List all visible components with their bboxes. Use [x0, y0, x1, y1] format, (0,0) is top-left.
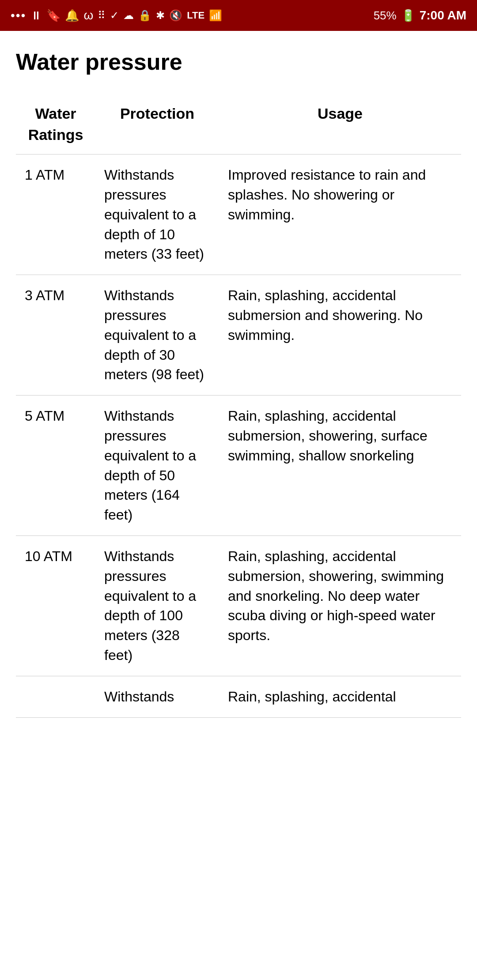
- cell-usage: Rain, splashing, accidental submersion, …: [219, 396, 461, 536]
- header-usage: Usage: [219, 93, 461, 155]
- w-icon: ω: [83, 8, 93, 23]
- cell-usage: Rain, splashing, accidental: [219, 676, 461, 717]
- status-right-info: 55% 🔋 7:00 AM: [374, 8, 466, 23]
- cell-usage: Improved resistance to rain and splashes…: [219, 155, 461, 275]
- lte-icon: LTE: [187, 10, 204, 21]
- bookmark-icon: 🔖: [46, 9, 61, 23]
- cell-protection: Withstands pressures equivalent to a dep…: [95, 396, 219, 536]
- cell-usage: Rain, splashing, accidental submersion, …: [219, 535, 461, 676]
- table-wrapper: Water Ratings Protection Usage 1 ATMWith…: [16, 93, 461, 718]
- cloud-icon: ☁: [123, 9, 134, 22]
- cell-protection: Withstands pressures equivalent to a dep…: [95, 155, 219, 275]
- table-row: 5 ATMWithstands pressures equivalent to …: [16, 396, 461, 536]
- lock-icon: 🔒: [138, 9, 151, 22]
- header-water-ratings: Water Ratings: [16, 93, 95, 155]
- cell-rating: 5 ATM: [16, 396, 95, 536]
- cell-rating: 10 ATM: [16, 535, 95, 676]
- grid-icon: ⠿: [98, 9, 106, 22]
- bluetooth-icon: ✱: [156, 9, 165, 22]
- battery-percent: 55%: [374, 9, 397, 23]
- status-left-icons: ••• ⏸ 🔖 🔔 ω ⠿ ✓ ☁ 🔒 ✱ 🔇 LTE 📶: [11, 8, 222, 23]
- signal-bars-icon: 📶: [209, 9, 222, 22]
- time-display: 7:00 AM: [420, 8, 466, 23]
- table-header-row: Water Ratings Protection Usage: [16, 93, 461, 155]
- status-bar: ••• ⏸ 🔖 🔔 ω ⠿ ✓ ☁ 🔒 ✱ 🔇 LTE 📶 55% 🔋 7:00…: [0, 0, 477, 31]
- cell-protection: Withstands pressures equivalent to a dep…: [95, 275, 219, 396]
- cell-rating: 3 ATM: [16, 275, 95, 396]
- battery-icon: 🔋: [401, 9, 415, 23]
- page-content: Water pressure Water Ratings Protection …: [0, 31, 477, 744]
- cell-rating: [16, 676, 95, 717]
- cell-usage: Rain, splashing, accidental submersion a…: [219, 275, 461, 396]
- menu-dots-icon: •••: [11, 8, 26, 23]
- bell-icon: 🔔: [65, 9, 79, 23]
- cell-rating: 1 ATM: [16, 155, 95, 275]
- header-protection: Protection: [95, 93, 219, 155]
- table-row: 10 ATMWithstands pressures equivalent to…: [16, 535, 461, 676]
- water-pressure-table: Water Ratings Protection Usage 1 ATMWith…: [16, 93, 461, 718]
- table-row: WithstandsRain, splashing, accidental: [16, 676, 461, 717]
- mute-icon: 🔇: [169, 9, 182, 22]
- check-icon: ✓: [110, 9, 119, 22]
- page-title: Water pressure: [16, 49, 461, 75]
- table-row: 3 ATMWithstands pressures equivalent to …: [16, 275, 461, 396]
- table-row: 1 ATMWithstands pressures equivalent to …: [16, 155, 461, 275]
- table-body: 1 ATMWithstands pressures equivalent to …: [16, 155, 461, 717]
- cell-protection: Withstands: [95, 676, 219, 717]
- pause-icon: ⏸: [30, 9, 42, 23]
- cell-protection: Withstands pressures equivalent to a dep…: [95, 535, 219, 676]
